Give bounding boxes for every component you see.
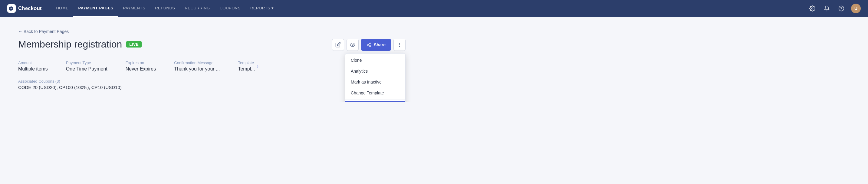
svg-point-10 (399, 43, 400, 43)
meta-payment-type-label: Payment Type (66, 61, 107, 65)
reports-dropdown-icon: ▾ (272, 6, 274, 10)
dropdown-item-configure-mailchimp[interactable]: Configure Mailchimp (345, 101, 405, 102)
svg-line-7 (368, 45, 370, 46)
dropdown-item-analytics[interactable]: Analytics (345, 66, 405, 76)
brand-label: Checkout (18, 5, 41, 11)
preview-button[interactable] (346, 39, 359, 51)
meta-expires-value: Never Expires (126, 66, 156, 72)
meta-payment-type-value: One Time Payment (66, 66, 107, 72)
meta-amount-value: Multiple items (18, 66, 48, 72)
brand-icon (7, 4, 16, 13)
more-options-button[interactable] (394, 39, 406, 51)
dropdown-divider-1 (345, 99, 405, 100)
meta-template: Template Templ... › (238, 61, 258, 72)
nav-item-home[interactable]: HOME (51, 0, 73, 17)
nav-right: U (807, 4, 861, 13)
page-title: Membership registration (18, 39, 122, 50)
share-button[interactable]: Share (361, 39, 391, 51)
svg-point-3 (352, 44, 353, 46)
nav-item-reports[interactable]: REPORTS ▾ (245, 0, 279, 17)
notifications-button[interactable] (822, 4, 832, 13)
settings-button[interactable] (807, 4, 817, 13)
page-header: Membership registration LIVE (18, 39, 406, 51)
meta-expires-on: Expires on Never Expires (126, 61, 156, 72)
svg-point-11 (399, 46, 400, 47)
meta-template-value: Templ... (238, 66, 255, 72)
nav-item-recurring[interactable]: RECURRING (180, 0, 215, 17)
edit-button[interactable] (332, 39, 344, 51)
brand-logo[interactable]: Checkout (7, 4, 41, 13)
navbar: Checkout HOME PAYMENT PAGES PAYMENTS REF… (0, 0, 868, 17)
nav-items: HOME PAYMENT PAGES PAYMENTS REFUNDS RECU… (51, 0, 807, 17)
svg-line-8 (368, 43, 370, 44)
user-avatar[interactable]: U (851, 4, 861, 13)
dropdown-item-mark-inactive[interactable]: Mark as Inactive (345, 76, 405, 88)
meta-expires-label: Expires on (126, 61, 156, 65)
meta-template-label: Template (238, 61, 255, 65)
meta-confirmation-value: Thank you for your ... (174, 66, 220, 72)
svg-point-9 (399, 44, 400, 45)
back-link[interactable]: ← Back to Payment Pages (18, 29, 406, 34)
page-title-wrap: Membership registration LIVE (18, 39, 142, 50)
nav-item-refunds[interactable]: REFUNDS (150, 0, 180, 17)
reports-label: REPORTS (250, 6, 270, 10)
svg-point-5 (367, 44, 368, 45)
template-arrow-icon[interactable]: › (257, 64, 258, 69)
svg-point-4 (370, 43, 371, 44)
nav-item-payment-pages[interactable]: PAYMENT PAGES (73, 0, 118, 17)
share-label: Share (374, 42, 385, 47)
meta-confirmation-message: Confirmation Message Thank you for your … (174, 61, 220, 72)
meta-amount: Amount Multiple items (18, 61, 48, 72)
meta-payment-type: Payment Type One Time Payment (66, 61, 107, 72)
nav-item-payments[interactable]: PAYMENTS (118, 0, 150, 17)
live-badge: LIVE (126, 41, 142, 48)
nav-item-coupons[interactable]: COUPONS (215, 0, 245, 17)
dropdown-item-change-template[interactable]: Change Template (345, 88, 405, 98)
help-button[interactable] (837, 4, 846, 13)
svg-point-6 (370, 46, 371, 47)
dropdown-item-clone[interactable]: Clone (345, 55, 405, 66)
svg-point-0 (812, 8, 813, 9)
meta-amount-label: Amount (18, 61, 48, 65)
main-content: ← Back to Payment Pages Membership regis… (0, 17, 424, 102)
page-actions: Share Clone Analytics Mark as Inactive C… (332, 39, 406, 51)
dropdown-menu: Clone Analytics Mark as Inactive Change … (345, 53, 406, 102)
meta-confirmation-label: Confirmation Message (174, 61, 220, 65)
